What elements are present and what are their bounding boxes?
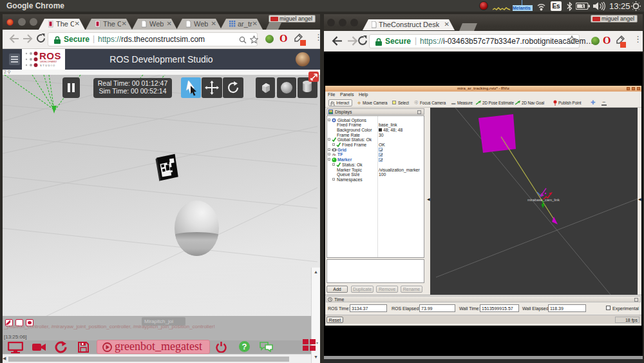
svg-text:mirabase_cam_link: mirabase_cam_link <box>527 198 560 202</box>
